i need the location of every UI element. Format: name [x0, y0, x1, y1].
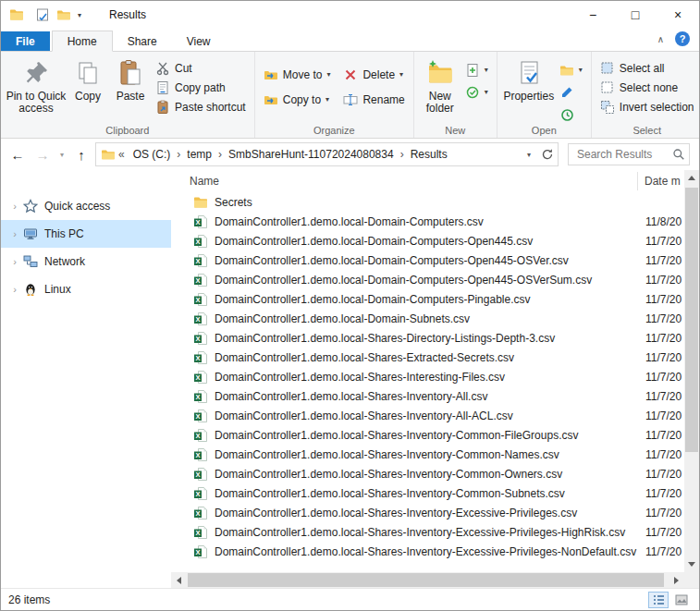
- horizontal-scrollbar[interactable]: [171, 572, 684, 588]
- recent-locations-caret-icon[interactable]: ▾: [56, 151, 68, 159]
- forward-button[interactable]: →: [31, 143, 54, 165]
- move-to-button[interactable]: Move to ▾: [260, 65, 335, 84]
- file-name: DomainController1.demo.local-Shares-Inve…: [215, 409, 645, 422]
- expand-chevron-icon[interactable]: ›: [8, 201, 21, 212]
- csv-file-icon: X: [193, 544, 208, 559]
- expand-chevron-icon[interactable]: ›: [8, 228, 21, 239]
- copy-to-button[interactable]: Copy to ▾: [260, 90, 335, 109]
- rename-button[interactable]: Rename: [339, 90, 408, 109]
- sidebar-item-this-pc[interactable]: › This PC: [1, 220, 171, 248]
- details-view-button[interactable]: [648, 592, 669, 608]
- breadcrumb-segment-smbsharehunt[interactable]: SmbShareHunt-11072024080834: [223, 146, 399, 163]
- new-item-button[interactable]: ▾: [461, 60, 492, 79]
- file-row[interactable]: X DomainController1.demo.local-Shares-In…: [171, 464, 699, 483]
- paste-button[interactable]: Paste: [109, 55, 152, 103]
- file-row[interactable]: X DomainController1.demo.local-Shares-In…: [171, 367, 699, 386]
- file-row[interactable]: X DomainController1.demo.local-Shares-In…: [171, 542, 699, 561]
- search-icon[interactable]: [672, 148, 685, 161]
- file-row[interactable]: X DomainController1.demo.local-Shares-In…: [171, 503, 699, 522]
- tab-view[interactable]: View: [172, 31, 226, 51]
- pin-to-quick-access-button[interactable]: Pin to Quick access: [6, 55, 67, 115]
- column-header-name[interactable]: Name: [171, 172, 638, 190]
- history-button[interactable]: [556, 104, 586, 124]
- csv-file-icon: X: [193, 234, 208, 249]
- qat-customize-caret-icon[interactable]: ▾: [78, 11, 81, 19]
- new-folder-button[interactable]: New folder: [419, 55, 461, 115]
- new-folder-icon: [56, 7, 71, 22]
- open-menu-button[interactable]: ▾: [556, 60, 586, 79]
- sidebar-item-linux[interactable]: › Linux: [1, 275, 171, 303]
- file-date-modified: 11/7/20: [645, 274, 682, 287]
- easy-access-button[interactable]: ▾: [461, 82, 492, 102]
- sidebar-item-network[interactable]: › Network: [1, 248, 171, 275]
- select-none-button[interactable]: Select none: [596, 78, 698, 97]
- scroll-left-arrow-icon[interactable]: [171, 572, 187, 588]
- collapse-ribbon-icon[interactable]: ∧: [657, 34, 664, 44]
- file-row[interactable]: X DomainController1.demo.local-Shares-In…: [171, 386, 699, 406]
- file-row[interactable]: X DomainController1.demo.local-Shares-Di…: [171, 328, 699, 348]
- sidebar-item-quick-access[interactable]: › Quick access: [1, 192, 171, 220]
- breadcrumb-overflow-icon[interactable]: «: [116, 148, 128, 161]
- breadcrumb-segment-drive[interactable]: OS (C:): [128, 146, 177, 163]
- horizontal-scrollbar-thumb[interactable]: [188, 573, 664, 587]
- paste-shortcut-button[interactable]: Paste shortcut: [152, 97, 250, 116]
- copy-to-icon: [264, 92, 278, 107]
- properties-button[interactable]: Properties: [502, 55, 556, 103]
- file-row[interactable]: X DomainController1.demo.local-Shares-Ex…: [171, 348, 699, 367]
- file-name: DomainController1.demo.local-Domain-Comp…: [215, 274, 645, 287]
- file-row[interactable]: X DomainController1.demo.local-Domain-Co…: [171, 270, 699, 289]
- svg-text:X: X: [195, 335, 200, 343]
- tab-share[interactable]: Share: [113, 31, 172, 51]
- file-row[interactable]: X DomainController1.demo.local-Shares-In…: [171, 483, 699, 503]
- delete-button[interactable]: Delete ▾: [339, 65, 408, 84]
- chevron-down-icon: ▾: [485, 66, 488, 74]
- copy-button[interactable]: Copy: [67, 55, 109, 103]
- search-input[interactable]: [575, 147, 672, 162]
- file-row[interactable]: X DomainController1.demo.local-Shares-In…: [171, 406, 699, 425]
- breadcrumb-segment-results[interactable]: Results: [405, 146, 453, 163]
- up-button[interactable]: ↑: [70, 143, 92, 165]
- scroll-up-arrow-icon[interactable]: [684, 170, 699, 186]
- file-row[interactable]: X DomainController1.demo.local-Shares-In…: [171, 425, 699, 445]
- file-row[interactable]: X DomainController1.demo.local-Domain-Su…: [171, 309, 699, 328]
- file-row[interactable]: X DomainController1.demo.local-Shares-In…: [171, 522, 699, 542]
- help-icon[interactable]: ?: [675, 31, 690, 46]
- expand-chevron-icon[interactable]: ›: [8, 284, 21, 295]
- tab-home[interactable]: Home: [52, 31, 113, 52]
- back-button[interactable]: ←: [6, 143, 29, 165]
- file-name: DomainController1.demo.local-Domain-Comp…: [215, 235, 645, 248]
- vertical-scrollbar-thumb[interactable]: [685, 188, 698, 452]
- cut-button[interactable]: Cut: [152, 58, 250, 78]
- select-all-button[interactable]: Select all: [596, 58, 698, 78]
- file-row[interactable]: X DomainController1.demo.local-Domain-Co…: [171, 212, 699, 231]
- cut-label: Cut: [175, 62, 192, 75]
- svg-text:X: X: [195, 257, 200, 265]
- large-icons-view-button[interactable]: [671, 592, 692, 608]
- scroll-down-arrow-icon[interactable]: [684, 556, 699, 572]
- linux-penguin-icon: [23, 282, 38, 297]
- scroll-right-arrow-icon[interactable]: [669, 572, 684, 588]
- refresh-button[interactable]: [537, 144, 558, 165]
- file-row[interactable]: X DomainController1.demo.local-Domain-Co…: [171, 251, 699, 270]
- file-row[interactable]: X DomainController1.demo.local-Domain-Co…: [171, 231, 699, 251]
- minimize-button[interactable]: −: [571, 1, 614, 29]
- maximize-button[interactable]: □: [614, 1, 657, 29]
- file-date-modified: 11/7/20: [645, 526, 682, 539]
- file-row[interactable]: X DomainController1.demo.local-Shares-In…: [171, 445, 699, 464]
- copy-path-button[interactable]: Copy path: [152, 78, 250, 97]
- invert-selection-button[interactable]: Invert selection: [596, 97, 698, 116]
- address-bar[interactable]: « OS (C:) › temp › SmbShareHunt-11072024…: [95, 142, 559, 166]
- tab-file[interactable]: File: [1, 31, 50, 51]
- file-row[interactable]: X DomainController1.demo.local-Domain-Co…: [171, 289, 699, 309]
- expand-chevron-icon[interactable]: ›: [8, 256, 21, 267]
- close-button[interactable]: ×: [657, 1, 699, 29]
- address-dropdown-caret-icon[interactable]: ▾: [521, 151, 537, 159]
- breadcrumb-segment-temp[interactable]: temp: [181, 146, 217, 163]
- file-row[interactable]: X Secrets: [171, 192, 699, 212]
- qat-new-folder-button[interactable]: [56, 7, 71, 22]
- network-icon: [23, 254, 38, 269]
- svg-text:X: X: [195, 548, 200, 556]
- edit-button[interactable]: [556, 82, 586, 102]
- qat-properties-button[interactable]: [35, 7, 50, 22]
- vertical-scrollbar[interactable]: [684, 170, 699, 572]
